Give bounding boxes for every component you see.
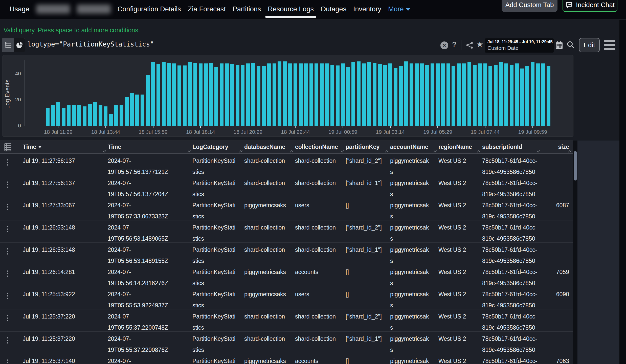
column-resize-handle[interactable] — [102, 150, 106, 153]
column-resize-handle[interactable] — [568, 150, 572, 153]
column-header-subscription_id[interactable]: subscriptionId — [482, 141, 542, 153]
column-header-size[interactable]: size — [542, 141, 573, 153]
column-resize-handle[interactable] — [239, 150, 243, 153]
row-menu-icon[interactable] — [0, 354, 23, 364]
chart-bar — [193, 63, 197, 126]
row-menu-icon[interactable] — [0, 220, 23, 242]
chart-ytick-label: 20 — [8, 97, 21, 103]
scrollbar-thumb[interactable] — [574, 151, 577, 180]
column-header-time_iso[interactable]: Time — [108, 141, 192, 153]
nav-tab-outages[interactable]: Outages — [321, 5, 346, 13]
column-resize-handle[interactable] — [536, 150, 540, 153]
nav-tab-redacted[interactable] — [36, 5, 70, 14]
cell-subscription_id: 78c50b17-61fd-40cc-819c-4953586c7850 — [482, 198, 542, 220]
share-icon[interactable] — [466, 41, 474, 49]
column-header-time_local[interactable]: Time — [23, 141, 108, 153]
column-header-log_category[interactable]: LogCategory — [192, 141, 244, 153]
column-header-region_name[interactable]: regionName — [438, 141, 482, 153]
nav-tab-usage[interactable]: Usage — [10, 5, 29, 13]
table-row[interactable]: Jul 19, 11:26:53:1482024-07-19T05:56:53.… — [0, 220, 573, 243]
table-row[interactable]: Jul 19, 11:27:56:1372024-07-19T05:57:56.… — [0, 154, 573, 176]
chart-bar — [162, 62, 166, 126]
row-menu-icon[interactable] — [0, 265, 23, 287]
table-row[interactable]: Jul 19, 11:25:53:9222024-07-19T05:55:53.… — [0, 287, 573, 309]
cell-time_iso: 2024-07-19T05:55:53.9224937Z — [108, 287, 192, 309]
nav-tab-redacted[interactable] — [77, 5, 111, 14]
table-row[interactable]: Jul 19, 11:25:37:2202024-07-19T05:55:37.… — [0, 332, 573, 354]
menu-icon[interactable] — [604, 40, 615, 50]
cell-collection_name: users — [295, 287, 346, 309]
column-resize-handle[interactable] — [477, 150, 481, 153]
column-resize-handle[interactable] — [433, 150, 437, 153]
cell-partition_key: [] — [346, 354, 390, 364]
cell-time_iso: 2024-07-19T05:56:53.1489155Z — [108, 243, 192, 265]
table-scrollbar[interactable] — [573, 141, 577, 364]
chart-bar — [257, 66, 260, 126]
row-menu-icon[interactable] — [0, 198, 23, 220]
chart-bar — [251, 63, 255, 126]
row-menu-icon[interactable] — [0, 154, 23, 176]
column-resize-handle[interactable] — [385, 150, 389, 153]
chart-bar — [93, 102, 97, 126]
table-row[interactable]: Jul 19, 11:26:14:2812024-07-19T05:56:14.… — [0, 265, 573, 287]
date-range-display[interactable]: Jul 18, 11:29:45 - Jul 19, 11:29:45 Cust… — [485, 38, 554, 53]
column-header-account_name[interactable]: accountName — [390, 141, 438, 153]
log-events-chart[interactable]: Log Events 0204018 Jul 11:2918 Jul 13:44… — [3, 55, 573, 136]
chart-bar — [230, 64, 234, 126]
calendar-icon[interactable] — [555, 41, 563, 50]
cell-time_local: Jul 19, 11:26:53:148 — [23, 243, 108, 265]
edit-button[interactable]: Edit — [579, 38, 600, 52]
table-select-column-header[interactable] — [0, 143, 23, 151]
chart-bar — [241, 65, 244, 126]
nav-tab-inventory[interactable]: Inventory — [353, 5, 381, 13]
row-menu-icon[interactable] — [0, 243, 23, 265]
chart-xtick-label: 19 Jul 05:29 — [417, 129, 458, 135]
column-header-partition_key[interactable]: partitionKey — [346, 141, 390, 153]
table-row[interactable]: Jul 19, 11:26:53:1482024-07-19T05:56:53.… — [0, 243, 573, 265]
cell-region_name: West US 2 — [438, 309, 482, 331]
row-menu-icon[interactable] — [0, 332, 23, 354]
clear-query-icon[interactable]: ✕ — [440, 41, 448, 49]
column-resize-handle[interactable] — [340, 150, 344, 153]
nav-tab-configuration-details[interactable]: Configuration Details — [118, 5, 181, 13]
cell-partition_key: ["shard_id_1"] — [346, 176, 390, 198]
favorite-star-icon[interactable]: ★ — [476, 40, 483, 49]
column-header-database_name[interactable]: databaseName — [244, 141, 295, 153]
cell-time_local: Jul 19, 11:26:14:281 — [23, 265, 108, 287]
row-menu-icon[interactable] — [0, 287, 23, 309]
chart-bar — [188, 62, 192, 126]
chart-bar — [83, 106, 86, 126]
cell-database_name: piggymetricsaks — [244, 287, 295, 309]
table-row[interactable]: Jul 19, 11:25:37:1402024-07-PartitionKey… — [0, 354, 573, 364]
help-icon[interactable]: ? — [452, 40, 456, 49]
chart-bar — [294, 63, 297, 126]
column-resize-handle[interactable] — [187, 150, 191, 153]
incident-chat-button[interactable]: Incident Chat — [563, 0, 617, 12]
cell-log_category: PartitionKeyStatistics — [192, 243, 244, 265]
chart-bar — [99, 105, 102, 126]
nav-tab-resource-logs[interactable]: Resource Logs — [268, 5, 314, 13]
table-row[interactable]: Jul 19, 11:25:37:2202024-07-19T05:55:37.… — [0, 309, 573, 332]
date-range-text: Jul 18, 11:29:45 - Jul 19, 11:29:45 — [487, 39, 551, 44]
nav-more-menu[interactable]: More — [388, 5, 410, 13]
cell-collection_name: shard-collection — [295, 220, 346, 242]
cell-log_category: PartitionKeyStatistics — [192, 176, 244, 198]
chart-xtick — [295, 126, 296, 128]
cell-time_local: Jul 19, 11:25:37:220 — [23, 309, 108, 331]
chart-bar — [394, 68, 397, 126]
table-row[interactable]: Jul 19, 11:27:56:1372024-07-19T05:57:56.… — [0, 176, 573, 198]
chart-bar — [209, 63, 213, 126]
nav-tab-partitions[interactable]: Partitions — [233, 5, 261, 13]
table-row[interactable]: Jul 19, 11:27:33:0672024-07-19T05:57:33.… — [0, 198, 573, 220]
row-menu-icon[interactable] — [0, 309, 23, 331]
row-menu-icon[interactable] — [0, 176, 23, 198]
chart-bar — [130, 93, 134, 126]
column-header-collection_name[interactable]: collectionName — [295, 141, 346, 153]
nav-tab-zia-forecast[interactable]: Zia Forecast — [188, 5, 226, 13]
table-grid-icon — [4, 143, 12, 151]
add-custom-tab-button[interactable]: Add Custom Tab — [502, 0, 557, 12]
column-resize-handle[interactable] — [290, 150, 294, 153]
query-status-message: Valid query. Press space to add more con… — [4, 27, 140, 34]
search-icon[interactable] — [566, 40, 575, 49]
column-header-label: Time — [108, 144, 121, 150]
